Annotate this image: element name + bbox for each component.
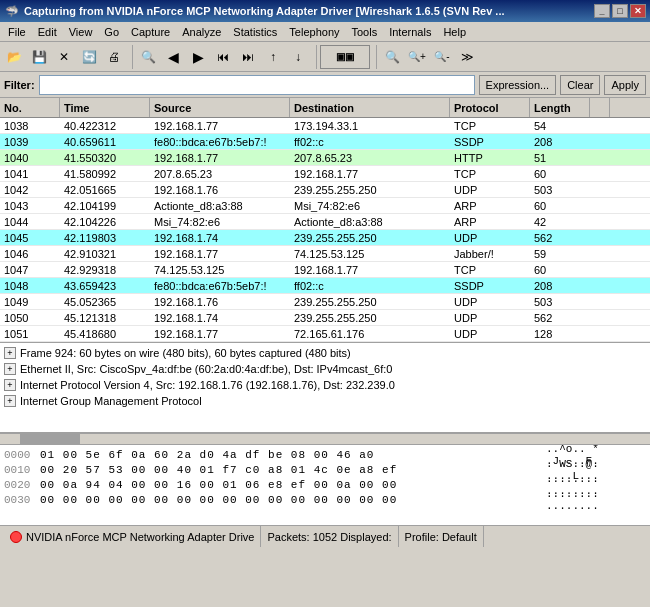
packet-cell: 72.165.61.176 (290, 326, 450, 341)
packet-cell: 1042 (0, 182, 60, 197)
packet-cell: fe80::bdca:e67b:5eb7:! (150, 134, 290, 149)
toolbar-open[interactable]: 📂 (2, 45, 26, 69)
toolbar-more[interactable]: ≫ (455, 45, 479, 69)
toolbar-up[interactable]: ↑ (261, 45, 285, 69)
col-source: Source (150, 98, 290, 117)
packet-row[interactable]: 104642.910321192.168.1.7774.125.53.125Ja… (0, 246, 650, 262)
packet-row[interactable]: 104542.119803192.168.1.74239.255.255.250… (0, 230, 650, 246)
minimize-button[interactable]: _ (594, 4, 610, 18)
menu-edit[interactable]: Edit (32, 22, 63, 41)
packet-cell: ff02::c (290, 134, 450, 149)
packet-cell: Actionte_d8:a3:88 (150, 198, 290, 213)
toolbar-next[interactable]: ▶ (186, 45, 210, 69)
packet-row[interactable]: 104242.051665192.168.1.76239.255.255.250… (0, 182, 650, 198)
packet-cell (590, 198, 610, 213)
packet-cell: 208 (530, 278, 590, 293)
packet-cell: Msi_74:82:e6 (150, 214, 290, 229)
apply-button[interactable]: Apply (604, 75, 646, 95)
menu-statistics[interactable]: Statistics (227, 22, 283, 41)
menu-file[interactable]: File (2, 22, 32, 41)
packet-cell: 42.929318 (60, 262, 150, 277)
packet-row[interactable]: 104945.052365192.168.1.76239.255.255.250… (0, 294, 650, 310)
menu-go[interactable]: Go (98, 22, 125, 41)
packet-cell: 128 (530, 326, 590, 341)
toolbar-zoom-default[interactable]: 🔍 (380, 45, 404, 69)
toolbar-last[interactable]: ⏭ (236, 45, 260, 69)
status-packets: Packets: 1052 Displayed: (261, 526, 398, 547)
packet-cell: 192.168.1.77 (290, 262, 450, 277)
packet-row[interactable]: 103840.422312192.168.1.77173.194.33.1TCP… (0, 118, 650, 134)
packet-row[interactable]: 104442.104226Msi_74:82:e6Actionte_d8:a3:… (0, 214, 650, 230)
details-hscroll[interactable] (0, 433, 650, 445)
expression-button[interactable]: Expression... (479, 75, 557, 95)
packet-cell (590, 294, 610, 309)
packet-cell: 239.255.255.250 (290, 182, 450, 197)
packet-cell: Jabber/! (450, 246, 530, 261)
toolbar-down[interactable]: ↓ (286, 45, 310, 69)
close-button[interactable]: ✕ (630, 4, 646, 18)
toolbar-first[interactable]: ⏮ (211, 45, 235, 69)
hex-pane: 0000 01 00 5e 6f 0a 60 2a d0 4a df be 08… (0, 445, 650, 525)
menu-view[interactable]: View (63, 22, 99, 41)
packet-row[interactable]: 103940.659611fe80::bdca:e67b:5eb7:!ff02:… (0, 134, 650, 150)
packet-row[interactable]: 105246.659410fe80::bdca:e67b:5eb7:!ff02:… (0, 342, 650, 343)
col-scroll (590, 98, 610, 117)
packet-cell: Actionte_d8:a3:88 (290, 214, 450, 229)
menu-telephony[interactable]: Telephony (283, 22, 345, 41)
menu-tools[interactable]: Tools (346, 22, 384, 41)
toolbar-capture-interfaces[interactable]: ▣▣ (320, 45, 370, 69)
col-length: Length (530, 98, 590, 117)
packet-cell: 503 (530, 182, 590, 197)
packet-cell: 239.255.255.250 (290, 230, 450, 245)
packet-cell: 40.422312 (60, 118, 150, 133)
packet-cell: 74.125.53.125 (290, 246, 450, 261)
toolbar-find-packet[interactable]: 🔍 (136, 45, 160, 69)
hex-bytes-2: 00 0a 94 04 00 00 16 00 01 06 e8 ef 00 0… (40, 479, 542, 491)
packet-row[interactable]: 104342.104199Actionte_d8:a3:88Msi_74:82:… (0, 198, 650, 214)
filter-input[interactable] (39, 75, 475, 95)
packet-row[interactable]: 105045.121318192.168.1.74239.255.255.250… (0, 310, 650, 326)
toolbar-save[interactable]: 💾 (27, 45, 51, 69)
toolbar-print[interactable]: 🖨 (102, 45, 126, 69)
toolbar-reload[interactable]: 🔄 (77, 45, 101, 69)
packet-cell: 45.052365 (60, 294, 150, 309)
packet-cell: 1044 (0, 214, 60, 229)
packet-cell (590, 326, 610, 341)
toolbar-zoom-in[interactable]: 🔍+ (405, 45, 429, 69)
titlebar-controls[interactable]: _ □ ✕ (594, 4, 646, 18)
packet-cell: 192.168.1.74 (150, 230, 290, 245)
packet-list-header: No. Time Source Destination Protocol Len… (0, 98, 650, 118)
toolbar-prev[interactable]: ◀ (161, 45, 185, 69)
menu-capture[interactable]: Capture (125, 22, 176, 41)
menu-internals[interactable]: Internals (383, 22, 437, 41)
detail-expand-3[interactable]: + (4, 379, 16, 391)
packet-cell: 60 (530, 198, 590, 213)
packet-cell: 562 (530, 230, 590, 245)
packet-cell: UDP (450, 182, 530, 197)
packet-row[interactable]: 104843.659423fe80::bdca:e67b:5eb7:!ff02:… (0, 278, 650, 294)
packet-cell: 59 (530, 246, 590, 261)
toolbar-zoom-out[interactable]: 🔍- (430, 45, 454, 69)
menu-analyze[interactable]: Analyze (176, 22, 227, 41)
packet-cell: 42.104226 (60, 214, 150, 229)
toolbar-close-capture[interactable]: ✕ (52, 45, 76, 69)
clear-button[interactable]: Clear (560, 75, 600, 95)
packet-cell: 42.104199 (60, 198, 150, 213)
details-hscroll-thumb[interactable] (20, 434, 80, 444)
packet-cell (590, 246, 610, 261)
detail-expand-2[interactable]: + (4, 363, 16, 375)
filter-bar: Filter: Expression... Clear Apply (0, 72, 650, 98)
packet-row[interactable]: 105145.418680192.168.1.7772.165.61.176UD… (0, 326, 650, 342)
packet-cell (590, 134, 610, 149)
detail-expand-1[interactable]: + (4, 347, 16, 359)
packet-cell: 192.168.1.77 (150, 326, 290, 341)
packet-row[interactable]: 104041.550320192.168.1.77207.8.65.23HTTP… (0, 150, 650, 166)
maximize-button[interactable]: □ (612, 4, 628, 18)
packet-row[interactable]: 104742.92931874.125.53.125192.168.1.77TC… (0, 262, 650, 278)
detail-row-2: + Ethernet II, Src: CiscoSpv_4a:df:be (6… (2, 361, 648, 377)
packet-row[interactable]: 104141.580992207.8.65.23192.168.1.77TCP6… (0, 166, 650, 182)
hex-offset-0: 0000 (4, 449, 36, 461)
menu-help[interactable]: Help (437, 22, 472, 41)
detail-expand-4[interactable]: + (4, 395, 16, 407)
packet-cell: fe80::bdca:e67b:5eb7:! (150, 342, 290, 343)
